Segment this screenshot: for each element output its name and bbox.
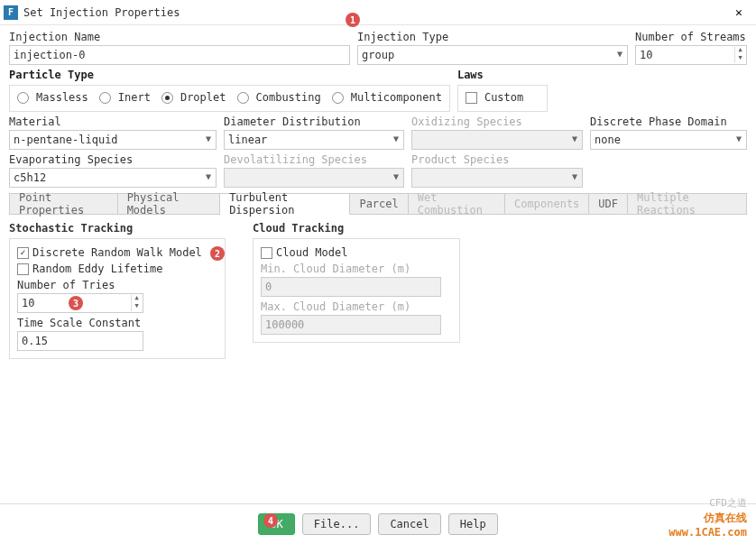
diameter-dist-select[interactable]: linear▼ <box>224 130 404 150</box>
tab-turbulent-dispersion[interactable]: Turbulent Dispersion <box>220 194 350 215</box>
injection-type-label: Injection Type <box>357 31 628 43</box>
check-drw[interactable] <box>17 247 29 259</box>
titlebar: F Set Injection Properties ✕ <box>0 0 756 25</box>
radio-inert[interactable] <box>99 92 111 104</box>
injection-type-select[interactable]: group▼ <box>357 45 628 65</box>
tab-parcel[interactable]: Parcel <box>350 194 408 214</box>
diameter-dist-label: Diameter Distribution <box>224 115 404 128</box>
badge-4: 4 <box>263 513 278 528</box>
laws-title: Laws <box>457 69 548 81</box>
badge-3: 3 <box>69 296 83 310</box>
chevron-down-icon: ▼ <box>206 171 211 181</box>
chevron-down-icon: ▼ <box>617 49 622 59</box>
chevron-down-icon: ▼ <box>572 171 577 181</box>
tsc-label: Time Scale Constant <box>17 317 217 329</box>
tab-point-properties[interactable]: Point Properties <box>10 194 118 214</box>
tab-components: Components <box>505 194 589 214</box>
chevron-down-icon: ▼ <box>393 171 399 181</box>
oxidizing-select: ▼ <box>411 130 583 150</box>
watermark: CFD之道 仿真在线 www.1CAE.com <box>668 496 747 539</box>
chevron-down-icon: ▼ <box>393 134 399 143</box>
cloud-min-label: Min. Cloud Diameter (m) <box>261 263 452 275</box>
spinner-icon[interactable]: ▲▼ <box>131 295 142 311</box>
help-button[interactable]: Help <box>448 513 498 535</box>
material-select[interactable]: n-pentane-liquid▼ <box>9 130 217 150</box>
oxidizing-label: Oxidizing Species <box>411 115 583 128</box>
badge-1: 1 <box>346 13 360 27</box>
injection-name-input[interactable]: injection-0 <box>9 45 350 65</box>
cloud-title: Cloud Tracking <box>253 222 460 235</box>
evap-select[interactable]: c5h12▼ <box>9 168 217 188</box>
tsc-input[interactable]: 0.15 <box>17 331 143 351</box>
domain-label: Discrete Phase Domain <box>590 115 747 128</box>
product-select: ▼ <box>411 168 583 188</box>
injection-name-label: Injection Name <box>9 31 350 43</box>
file-button[interactable]: File... <box>302 513 372 535</box>
check-custom[interactable] <box>466 92 477 104</box>
tab-bar: Point Properties Physical Models Turbule… <box>9 193 747 215</box>
cloud-panel: Cloud Model Min. Cloud Diameter (m) 0 Ma… <box>253 238 460 343</box>
evap-label: Evaporating Species <box>9 153 217 166</box>
cancel-button[interactable]: Cancel <box>378 513 440 535</box>
cloud-min-input: 0 <box>261 277 441 297</box>
app-icon: F <box>4 5 18 20</box>
spinner-icon[interactable]: ▲▼ <box>734 47 745 63</box>
tries-label: Number of Tries <box>17 279 217 291</box>
streams-input[interactable]: 10▲▼ <box>635 45 747 65</box>
check-rel[interactable] <box>17 263 29 275</box>
streams-label: Number of Streams <box>635 31 747 43</box>
radio-multicomponent[interactable] <box>332 92 344 104</box>
cloud-max-label: Max. Cloud Diameter (m) <box>261 300 452 313</box>
tab-wet-combustion: Wet Combustion <box>409 194 505 214</box>
domain-select[interactable]: none▼ <box>590 130 747 150</box>
radio-massless[interactable] <box>17 92 29 104</box>
badge-2: 2 <box>210 246 225 261</box>
chevron-down-icon: ▼ <box>572 134 577 143</box>
product-label: Product Species <box>411 153 583 166</box>
chevron-down-icon: ▼ <box>206 134 211 143</box>
tab-multiple-reactions: Multiple Reactions <box>628 194 746 214</box>
cloud-max-input: 100000 <box>261 315 441 335</box>
radio-combusting[interactable] <box>237 92 249 104</box>
tab-udf[interactable]: UDF <box>589 194 628 214</box>
stochastic-panel: Discrete Random Walk Model 2 Random Eddy… <box>9 238 226 359</box>
tab-physical-models[interactable]: Physical Models <box>118 194 220 214</box>
laws-group: Custom <box>457 85 548 112</box>
check-cloud-model[interactable] <box>261 247 272 259</box>
button-row: 4 OK File... Cancel Help <box>0 503 756 544</box>
devol-select: ▼ <box>224 168 404 188</box>
radio-droplet[interactable] <box>161 92 173 104</box>
particle-type-group: Massless Inert Droplet Combusting Multic… <box>9 85 450 112</box>
tries-input[interactable]: 10 ▲▼ 3 <box>17 293 143 313</box>
chevron-down-icon: ▼ <box>736 134 742 143</box>
stochastic-title: Stochastic Tracking <box>9 222 226 235</box>
material-label: Material <box>9 115 217 128</box>
window-title: Set Injection Properties <box>23 6 725 19</box>
close-icon[interactable]: ✕ <box>725 4 752 22</box>
devol-label: Devolatilizing Species <box>224 153 404 166</box>
particle-type-title: Particle Type <box>9 69 450 81</box>
